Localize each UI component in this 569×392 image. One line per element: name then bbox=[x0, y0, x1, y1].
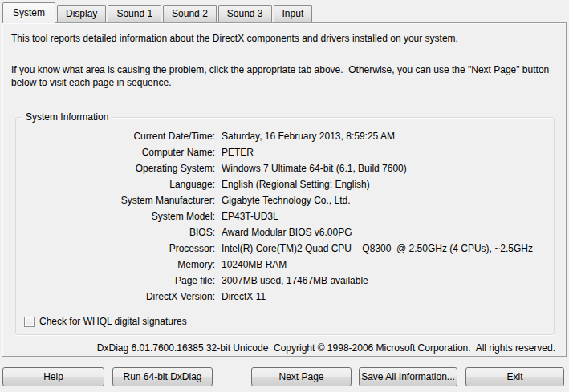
intro-text-1: This tool reports detailed information a… bbox=[11, 33, 555, 44]
exit-button[interactable]: Exit bbox=[465, 367, 564, 386]
info-value: 10240MB RAM bbox=[222, 259, 287, 270]
system-information-group: System Information Current Date/Time: Sa… bbox=[15, 117, 555, 335]
info-label: Language: bbox=[16, 179, 215, 190]
tab-bar: System Display Sound 1 Sound 2 Sound 3 I… bbox=[0, 0, 569, 22]
tab-sound-1[interactable]: Sound 1 bbox=[108, 5, 161, 22]
info-value: EP43T-UD3L bbox=[222, 211, 278, 222]
info-row-page-file: Page file: 3007MB used, 17467MB availabl… bbox=[16, 275, 551, 291]
info-value: Intel(R) Core(TM)2 Quad CPU Q8300 @ 2.50… bbox=[222, 243, 533, 254]
info-row-date-time: Current Date/Time: Saturday, 16 February… bbox=[16, 131, 551, 147]
info-row-processor: Processor: Intel(R) Core(TM)2 Quad CPU Q… bbox=[16, 243, 551, 259]
run-64bit-dxdiag-button[interactable]: Run 64-bit DxDiag bbox=[112, 367, 213, 386]
dxdiag-version-copyright: DxDiag 6.01.7600.16385 32-bit Unicode Co… bbox=[2, 342, 555, 354]
info-label: Computer Name: bbox=[16, 147, 215, 158]
intro-text-2: If you know what area is causing the pro… bbox=[11, 63, 555, 89]
info-label: Processor: bbox=[16, 243, 215, 254]
info-value: Saturday, 16 February 2013, 8:59:25 AM bbox=[222, 131, 395, 142]
dxdiag-window: System Display Sound 1 Sound 2 Sound 3 I… bbox=[0, 0, 569, 392]
info-value: DirectX 11 bbox=[222, 291, 266, 302]
info-row-memory: Memory: 10240MB RAM bbox=[16, 259, 551, 275]
whql-checkbox-label: Check for WHQL digital signatures bbox=[39, 316, 187, 327]
info-label: Current Date/Time: bbox=[16, 131, 215, 142]
tab-sound-2[interactable]: Sound 2 bbox=[163, 5, 217, 22]
tab-sound-3[interactable]: Sound 3 bbox=[218, 5, 272, 22]
help-button[interactable]: Help bbox=[2, 367, 104, 386]
info-label: System Manufacturer: bbox=[16, 195, 215, 206]
info-label: Operating System: bbox=[16, 163, 215, 174]
info-label: Memory: bbox=[16, 259, 215, 270]
tab-system[interactable]: System bbox=[2, 2, 55, 23]
info-row-system-model: System Model: EP43T-UD3L bbox=[16, 211, 551, 227]
next-page-button[interactable]: Next Page bbox=[251, 367, 352, 386]
group-title: System Information bbox=[22, 111, 112, 123]
info-row-language: Language: English (Regional Setting: Eng… bbox=[16, 179, 551, 195]
tab-display[interactable]: Display bbox=[57, 5, 106, 22]
tab-input[interactable]: Input bbox=[274, 5, 313, 22]
info-label: System Model: bbox=[16, 211, 215, 222]
info-row-directx-version: DirectX Version: DirectX 11 bbox=[16, 291, 551, 307]
save-all-information-button[interactable]: Save All Information... bbox=[359, 367, 457, 386]
whql-checkbox-row[interactable]: Check for WHQL digital signatures bbox=[24, 316, 187, 327]
whql-checkbox[interactable] bbox=[24, 317, 35, 327]
info-row-bios: BIOS: Award Modular BIOS v6.00PG bbox=[16, 227, 551, 243]
info-value: Gigabyte Technology Co., Ltd. bbox=[222, 195, 351, 206]
info-value: PETER bbox=[222, 147, 254, 158]
info-row-system-manufacturer: System Manufacturer: Gigabyte Technology… bbox=[16, 195, 551, 211]
info-label: DirectX Version: bbox=[16, 291, 215, 302]
info-label: Page file: bbox=[16, 275, 215, 286]
system-tab-page: This tool reports detailed information a… bbox=[2, 22, 567, 357]
info-value: English (Regional Setting: English) bbox=[222, 179, 370, 190]
info-value: Windows 7 Ultimate 64-bit (6.1, Build 76… bbox=[222, 163, 407, 174]
info-row-computer-name: Computer Name: PETER bbox=[16, 147, 551, 163]
info-label: BIOS: bbox=[16, 227, 215, 238]
system-info-list: Current Date/Time: Saturday, 16 February… bbox=[16, 131, 551, 307]
info-row-operating-system: Operating System: Windows 7 Ultimate 64-… bbox=[16, 163, 551, 179]
info-value: 3007MB used, 17467MB available bbox=[222, 275, 368, 286]
info-value: Award Modular BIOS v6.00PG bbox=[222, 227, 352, 238]
